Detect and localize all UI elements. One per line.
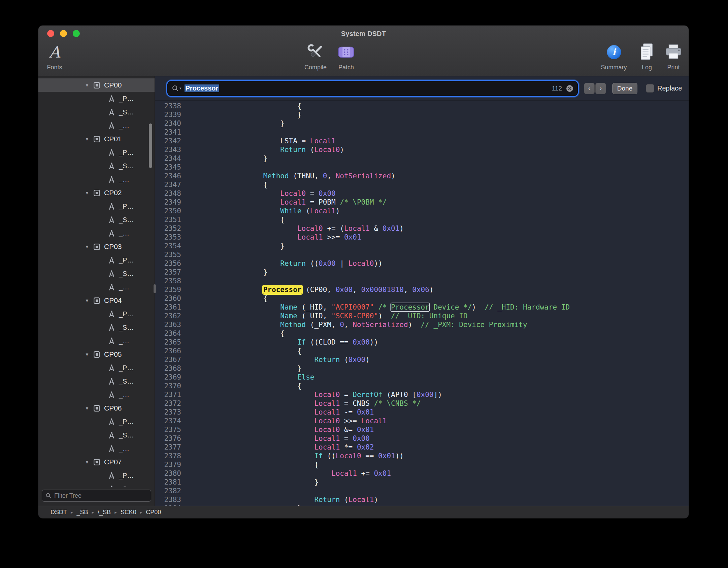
fonts-button[interactable]: A Fonts <box>47 41 62 71</box>
tree-item-method[interactable]: _… <box>38 334 155 348</box>
scope-icon <box>93 404 101 413</box>
tree-item-cp00[interactable]: ▼CP00 <box>38 78 155 92</box>
method-icon <box>108 431 116 439</box>
code-line: 2367 Return (0x00) <box>155 355 689 364</box>
tree-item-method[interactable]: _P… <box>38 415 155 428</box>
tree-item-method[interactable]: _S… <box>38 482 155 487</box>
method-icon <box>108 162 116 170</box>
scope-icon <box>93 189 101 197</box>
line-number: 2345 <box>155 163 187 172</box>
tree-item-cp05[interactable]: ▼CP05 <box>38 348 155 361</box>
breadcrumb-separator-icon: ▸ <box>92 510 94 515</box>
disclosure-triangle-icon[interactable]: ▼ <box>85 298 93 303</box>
log-label: Log <box>642 64 652 71</box>
filter-tree-input[interactable] <box>54 492 147 499</box>
zoom-window-button[interactable] <box>73 30 80 37</box>
tree-item-method[interactable]: _… <box>38 226 155 240</box>
replace-checkbox[interactable] <box>646 84 654 93</box>
tree-item-cp07[interactable]: ▼CP07 <box>38 455 155 469</box>
tree-item-method[interactable]: _… <box>38 442 155 455</box>
line-number: 2357 <box>155 268 187 277</box>
tree-item-method[interactable]: _P… <box>38 92 155 105</box>
tree-item-cp06[interactable]: ▼CP06 <box>38 401 155 415</box>
disclosure-triangle-icon[interactable]: ▼ <box>85 352 93 357</box>
tree-item-method[interactable]: _S… <box>38 213 155 226</box>
minimize-window-button[interactable] <box>60 30 67 37</box>
find-next-button[interactable]: › <box>595 83 606 94</box>
disclosure-triangle-icon[interactable]: ▼ <box>85 137 93 142</box>
scope-icon <box>93 81 101 90</box>
search-query-text[interactable]: Processor <box>185 84 220 92</box>
compile-icon <box>305 41 326 63</box>
tree-item-method[interactable]: _S… <box>38 428 155 442</box>
tree-item-method[interactable]: _… <box>38 280 155 294</box>
disclosure-triangle-icon[interactable]: ▼ <box>85 460 93 465</box>
clear-search-button[interactable] <box>565 84 574 93</box>
tree-item-method[interactable]: _P… <box>38 200 155 213</box>
line-number: 2369 <box>155 373 187 382</box>
tree-item-method[interactable]: _… <box>38 119 155 132</box>
tree-item-method[interactable]: _P… <box>38 307 155 321</box>
breadcrumb-item[interactable]: DSDT <box>51 509 67 516</box>
compile-button[interactable]: Compile <box>304 41 327 71</box>
tree-item-method[interactable]: _S… <box>38 267 155 280</box>
method-icon <box>108 229 116 238</box>
pane-divider-handle[interactable] <box>154 284 156 293</box>
breadcrumb-item[interactable]: SCK0 <box>121 509 136 516</box>
window-title: System DSDT <box>38 26 689 42</box>
line-number: 2371 <box>155 390 187 399</box>
breadcrumb-item[interactable]: \_SB <box>98 509 111 516</box>
summary-button[interactable]: i Summary <box>601 41 627 71</box>
search-field[interactable]: ▾ Processor 112 <box>168 81 577 96</box>
tree-item-method[interactable]: _S… <box>38 375 155 388</box>
log-button[interactable]: Log <box>638 41 655 71</box>
code-line: 2344 } <box>155 154 689 163</box>
disclosure-triangle-icon[interactable]: ▼ <box>85 83 93 88</box>
tree-item-cp01[interactable]: ▼CP01 <box>38 132 155 146</box>
tree-item-method[interactable]: _S… <box>38 105 155 119</box>
line-number: 2338 <box>155 102 187 110</box>
pane-divider[interactable] <box>155 76 155 506</box>
tree-item-cp02[interactable]: ▼CP02 <box>38 186 155 200</box>
tree-item-cp04[interactable]: ▼CP04 <box>38 294 155 307</box>
tree-item-method[interactable]: _… <box>38 173 155 186</box>
tree-item-method[interactable]: _P… <box>38 469 155 482</box>
tree-item-method[interactable]: _P… <box>38 361 155 375</box>
close-window-button[interactable] <box>47 30 54 37</box>
disclosure-triangle-icon[interactable]: ▼ <box>85 190 93 196</box>
sidebar-scrollbar[interactable] <box>149 123 152 168</box>
filter-tree-field[interactable] <box>42 490 151 502</box>
code-editor[interactable]: 2338 {2339 }2340 }23412342 LSTA = Local1… <box>155 101 689 506</box>
main-pane: ▾ Processor 112 ‹ <box>155 76 689 506</box>
line-number: 2363 <box>155 320 187 329</box>
method-icon <box>108 377 116 386</box>
tree-item-method[interactable]: _S… <box>38 159 155 173</box>
tree-item-method[interactable]: _P… <box>38 146 155 159</box>
line-number: 2365 <box>155 338 187 347</box>
tree-item-cp03[interactable]: ▼CP03 <box>38 240 155 253</box>
search-options-chevron-icon[interactable]: ▾ <box>179 86 181 91</box>
search-query[interactable]: Processor <box>185 84 552 92</box>
line-number: 2382 <box>155 487 187 495</box>
disclosure-triangle-icon[interactable]: ▼ <box>85 244 93 249</box>
tree-item-method[interactable]: _… <box>38 388 155 401</box>
breadcrumb-separator-icon: ▸ <box>114 510 117 515</box>
patch-icon <box>336 41 356 63</box>
code-line: 2362 Name (_UID, "SCK0-CP00") // _UID: U… <box>155 312 689 320</box>
search-icon[interactable]: ▾ <box>172 85 181 92</box>
done-button[interactable]: Done <box>612 83 637 94</box>
code-line: 2355 <box>155 250 689 259</box>
breadcrumb-item[interactable]: _SB <box>77 509 88 516</box>
find-previous-button[interactable]: ‹ <box>584 83 595 94</box>
breadcrumb-separator-icon: ▸ <box>71 510 73 515</box>
patch-button[interactable]: Patch <box>336 41 356 71</box>
disclosure-triangle-icon[interactable]: ▼ <box>85 406 93 411</box>
breadcrumb-item[interactable]: CP00 <box>146 509 161 516</box>
method-icon <box>108 283 116 291</box>
print-button[interactable]: Print <box>664 41 683 71</box>
line-number: 2374 <box>155 417 187 425</box>
tree-item-method[interactable]: _P… <box>38 253 155 267</box>
tree-item-method[interactable]: _S… <box>38 321 155 334</box>
code-line: 2371 Local0 = DerefOf (APT0 [0x00]) <box>155 390 689 399</box>
log-documents-icon <box>638 41 655 63</box>
